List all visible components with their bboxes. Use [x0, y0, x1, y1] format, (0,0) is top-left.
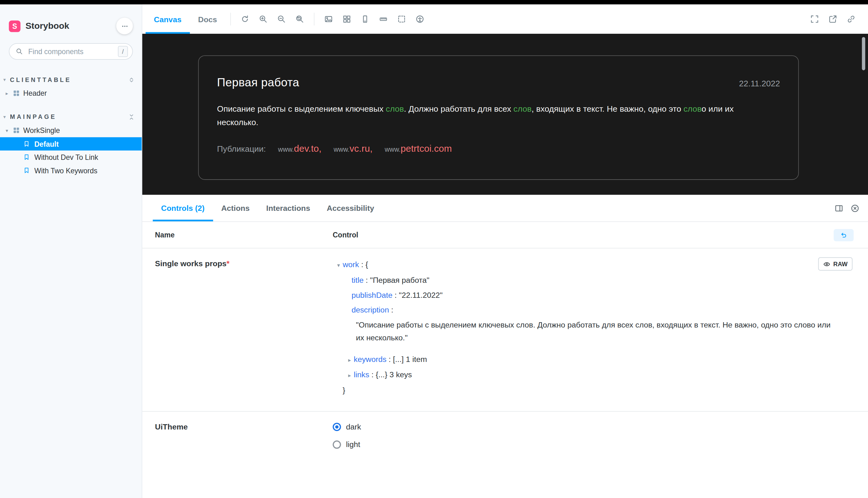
sidebar-item-header[interactable]: ▸ Header [0, 86, 142, 100]
search-shortcut-key: / [118, 46, 128, 57]
app-window: S Storybook / [0, 0, 868, 498]
grid-icon [342, 15, 351, 24]
json-key[interactable]: links [354, 370, 370, 379]
story-item-without-dev-to-link[interactable]: Without Dev To Link [0, 150, 142, 163]
control-name: Single works props* [155, 258, 333, 398]
background-button[interactable] [324, 15, 333, 24]
accessibility-icon [416, 15, 424, 24]
group-header-mainpage[interactable]: ▾ MAINPAGE [0, 110, 142, 123]
outline-button[interactable] [397, 15, 406, 24]
work-title: Первая работа [217, 76, 299, 89]
tab-interactions[interactable]: Interactions [258, 195, 318, 222]
json-key[interactable]: keywords [354, 355, 387, 364]
sidebar: S Storybook / [0, 4, 142, 498]
story-item-default[interactable]: Default [0, 137, 142, 150]
canvas-toolbar: Canvas Docs [142, 4, 868, 34]
radio-option-dark[interactable]: dark [333, 420, 868, 433]
radio-input-dark[interactable] [333, 423, 341, 431]
addons-panel: Controls (2) Actions Interactions Access… [142, 195, 868, 498]
chevron-right-icon: ▸ [4, 90, 9, 96]
brand-row: S Storybook [0, 4, 142, 40]
json-key[interactable]: description [351, 305, 389, 314]
raw-toggle-button[interactable]: RAW [818, 258, 852, 271]
zoom-out-button[interactable] [277, 15, 286, 24]
json-key[interactable]: work [342, 260, 359, 269]
radio-label: dark [346, 422, 361, 431]
publication-link[interactable]: www.dev.to, [278, 143, 322, 154]
component-icon [13, 90, 20, 97]
close-panel-button[interactable] [851, 204, 859, 212]
outline-icon [397, 15, 406, 24]
work-date: 22.11.2022 [739, 79, 780, 88]
accessibility-button[interactable] [416, 15, 424, 24]
publications-row: Публикации: www.dev.to, www.vc.ru, www.p… [217, 143, 780, 154]
ellipsis-icon [120, 22, 129, 30]
column-name: Name [155, 231, 333, 239]
zoom-out-icon [277, 15, 286, 24]
tab-canvas[interactable]: Canvas [145, 4, 190, 34]
close-circle-icon [851, 204, 859, 212]
keyword-highlight: слов [514, 104, 532, 114]
radio-group-uitheme: dark light [333, 420, 868, 450]
work-description: Описание работы с выделением ключевых сл… [217, 102, 777, 129]
zoom-reset-button[interactable] [296, 15, 304, 24]
work-card: Первая работа 22.11.2022 Описание работы… [198, 55, 799, 180]
component-label: WorkSingle [23, 126, 60, 134]
publications-label: Публикации: [217, 144, 265, 153]
panel-position-icon [835, 204, 843, 212]
json-value[interactable]: "Первая работа" [370, 276, 430, 284]
tab-actions[interactable]: Actions [213, 195, 258, 222]
bookmark-icon [23, 141, 30, 147]
collapse-all-icon[interactable] [128, 113, 135, 120]
component-icon [13, 127, 20, 134]
radio-input-light[interactable] [333, 440, 341, 448]
object-control: ▾work : { title : "Первая работа" publis… [333, 258, 868, 398]
publication-link[interactable]: www.petrtcoi.com [385, 143, 452, 154]
sidebar-item-worksingle[interactable]: ▾ WorkSingle [0, 123, 142, 137]
measure-icon [379, 15, 388, 24]
tab-controls[interactable]: Controls (2) [153, 195, 213, 222]
top-black-bar [0, 0, 868, 4]
json-key[interactable]: publishDate [351, 291, 392, 299]
panel-position-button[interactable] [835, 204, 843, 212]
json-value[interactable]: "Описание работы с выделением ключевых с… [333, 319, 837, 344]
story-item-with-two-keywords[interactable]: With Two Keywords [0, 164, 142, 177]
remount-button[interactable] [241, 15, 249, 24]
search-box[interactable]: / [9, 43, 133, 60]
tab-accessibility[interactable]: Accessibility [319, 195, 383, 222]
group-header-clienttable[interactable]: ▾ CLIENTTABLE [0, 73, 142, 86]
component-tree: ▾ CLIENTTABLE ▸ [0, 60, 142, 187]
story-label: With Two Keywords [35, 167, 98, 175]
measure-button[interactable] [379, 15, 388, 24]
radio-label: light [346, 440, 360, 448]
copy-link-button[interactable] [847, 15, 855, 24]
sidebar-menu-button[interactable] [116, 18, 133, 35]
viewport-button[interactable] [361, 15, 370, 24]
scrollbar-thumb[interactable] [862, 37, 866, 70]
background-icon [324, 15, 333, 24]
json-key[interactable]: title [351, 276, 364, 284]
expand-all-icon[interactable] [128, 76, 135, 83]
story-label: Default [35, 140, 59, 148]
keyword-highlight: слов [386, 104, 404, 114]
chevron-right-icon: ▸ [348, 357, 351, 363]
group-label: CLIENTTABLE [10, 76, 72, 83]
zoom-in-icon [259, 15, 268, 24]
chevron-down-icon: ▾ [337, 262, 340, 268]
fullscreen-button[interactable] [811, 15, 819, 24]
zoom-in-button[interactable] [259, 15, 268, 24]
group-clienttable: ▾ CLIENTTABLE ▸ [0, 73, 142, 100]
required-asterisk: * [226, 259, 230, 268]
json-value[interactable]: "22.11.2022" [399, 291, 443, 299]
group-mainpage: ▾ MAINPAGE ▾ [0, 110, 142, 177]
grid-button[interactable] [342, 15, 351, 24]
search-input[interactable] [27, 47, 118, 56]
chevron-down-icon: ▾ [3, 77, 10, 82]
bookmark-icon [23, 154, 30, 160]
component-label: Header [23, 89, 47, 97]
reset-controls-button[interactable] [833, 229, 854, 241]
radio-option-light[interactable]: light [333, 438, 868, 450]
open-new-tab-button[interactable] [829, 15, 837, 24]
publication-link[interactable]: www.vc.ru, [334, 143, 372, 154]
tab-docs[interactable]: Docs [190, 4, 225, 34]
